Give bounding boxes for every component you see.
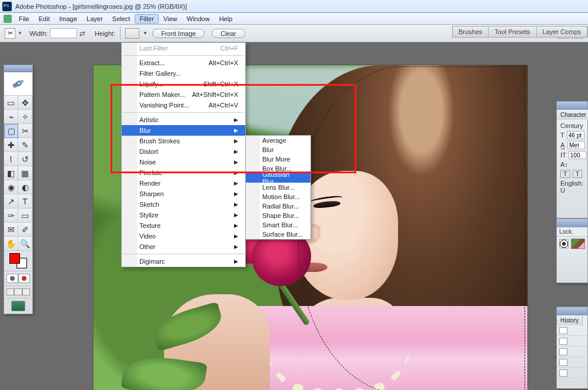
menu-file[interactable]: File [14,14,34,23]
submenuitem-gaussian-blur[interactable]: Gaussian Blur... [246,173,310,183]
tab-character[interactable]: Character [557,110,588,120]
tool-dodge[interactable]: ◐ [18,180,32,194]
submenuitem-blur-more[interactable]: Blur More [246,154,310,164]
menu-edit[interactable]: Edit [34,14,55,23]
submenuitem-average[interactable]: Average [246,136,310,145]
tool-healing[interactable]: ✚ [4,138,18,152]
vscale-input[interactable] [569,151,586,159]
menuitem-brush-strokes[interactable]: Brush Strokes▶ [122,136,245,146]
panel-gripper[interactable] [557,102,587,110]
menuitem-video[interactable]: Video▶ [122,231,245,241]
menu-image[interactable]: Image [55,14,82,23]
tool-path[interactable]: ↗ [4,194,18,209]
menuitem-artistic[interactable]: Artistic▶ [122,115,245,125]
panel-gripper[interactable] [557,307,587,315]
type-style-button-2[interactable]: T [573,170,583,178]
foreground-color-swatch[interactable] [9,253,20,264]
screen-mode-full[interactable] [22,288,30,295]
width-input[interactable] [50,28,77,38]
screen-mode-full-menubar[interactable] [14,288,22,295]
menuitem-filter-gallery[interactable]: Filter Gallery... [122,68,245,79]
layer-visibility-icon[interactable] [559,239,569,248]
fg-bg-swatches[interactable] [9,253,27,268]
toolbox-logo: ✒ [4,72,32,96]
type-style-button[interactable]: T [560,170,570,178]
history-row[interactable] [557,336,587,347]
tab-history[interactable]: History [557,315,583,325]
font-size-input[interactable] [567,131,584,139]
menu-window[interactable]: Window [182,14,215,23]
tool-hand[interactable]: ✋ [4,237,18,251]
menu-filter[interactable]: Filter [135,14,158,23]
tool-blur[interactable]: ◉ [4,180,18,194]
submenuitem-shape-blur[interactable]: Shape Blur... [246,211,310,220]
menuitem-blur[interactable]: Blur▶ [122,125,245,136]
menuitem-stylize[interactable]: Stylize▶ [122,210,245,220]
tool-wand[interactable]: ✧ [18,110,32,124]
layer-row[interactable] [557,236,587,250]
menuitem-digimarc[interactable]: Digimarc▶ [122,256,245,267]
preset-dropdown-arrow[interactable]: ▼ [18,31,22,36]
menuitem-distort[interactable]: Distort▶ [122,146,245,157]
font-family-field[interactable]: Century [560,122,583,129]
menuitem-vanishing-point[interactable]: Vanishing Point...Alt+Ctrl+V [122,100,245,110]
menuitem-sketch[interactable]: Sketch▶ [122,199,245,210]
options-dropdown-arrow[interactable]: ▼ [143,31,148,36]
menuitem-texture[interactable]: Texture▶ [122,220,245,231]
options-box-icon[interactable] [125,28,139,39]
language-field[interactable]: English: U [560,180,584,194]
tool-move[interactable]: ✥ [18,96,32,110]
history-row[interactable] [557,357,587,368]
menuitem-sharpen[interactable]: Sharpen▶ [122,189,245,199]
crop-tool-preset-icon[interactable]: ✂ [5,28,15,39]
submenuitem-radial-blur[interactable]: Radial Blur... [246,201,310,211]
tool-brush[interactable]: ✎ [18,138,32,152]
layer-thumbnail[interactable] [571,238,585,249]
menuitem-pattern-maker[interactable]: Pattern Maker...Alt+Shift+Ctrl+X [122,89,245,100]
tool-notes[interactable]: ✉ [4,223,18,237]
tab-layer-comps[interactable]: Layer Comps [537,26,587,37]
tool-eyedropper[interactable]: ✐ [18,223,32,237]
tool-history-brush[interactable]: ↺ [18,152,32,166]
swap-width-height-icon[interactable]: ⇄ [79,29,88,38]
tool-crop[interactable]: ▢ [4,124,18,138]
standard-mode-button[interactable] [6,274,18,283]
tab-brushes[interactable]: Brushes [453,26,489,37]
submenuitem-blur[interactable]: Blur [246,145,310,154]
tool-stamp[interactable]: ⌇ [4,152,18,166]
menu-help[interactable]: Help [215,14,238,23]
menuitem-pixelate[interactable]: Pixelate▶ [122,167,245,178]
tool-gradient[interactable]: ▦ [18,166,32,180]
tool-lasso[interactable]: ⌁ [4,110,18,124]
submenuitem-surface-blur[interactable]: Surface Blur... [246,230,310,239]
menuitem-other[interactable]: Other▶ [122,241,245,252]
menuitem-noise[interactable]: Noise▶ [122,157,245,167]
menu-select[interactable]: Select [108,14,135,23]
clear-button[interactable]: Clear [212,29,245,38]
file-browser-icon[interactable] [4,15,12,23]
screen-mode-standard[interactable] [6,288,14,295]
panel-gripper[interactable] [557,219,587,227]
submenuitem-smart-blur[interactable]: Smart Blur... [246,220,310,230]
history-row[interactable] [557,325,587,336]
tool-pen[interactable]: ✑ [4,209,18,223]
menu-layer[interactable]: Layer [82,14,108,23]
menu-view[interactable]: View [159,14,182,23]
tool-marquee[interactable]: ▭ [4,96,18,110]
jump-to-imageready-button[interactable] [11,301,25,311]
front-image-button[interactable]: Front Image [152,29,205,38]
quickmask-mode-button[interactable] [18,274,30,283]
history-row[interactable] [557,368,587,378]
tool-eraser[interactable]: ◧ [4,166,18,180]
tab-tool-presets[interactable]: Tool Presets [489,26,537,37]
menuitem-liquify[interactable]: Liquify...Shift+Ctrl+X [122,79,245,89]
kerning-input[interactable] [567,141,585,149]
submenuitem-motion-blur[interactable]: Motion Blur... [246,192,310,201]
tool-type[interactable]: T [18,194,32,209]
menuitem-extract[interactable]: Extract...Alt+Ctrl+X [122,58,245,68]
history-row[interactable] [557,347,587,357]
menuitem-render[interactable]: Render▶ [122,178,245,189]
tool-shape[interactable]: ▭ [18,209,32,223]
tool-slice[interactable]: ✂ [18,124,32,138]
tool-zoom[interactable]: 🔍 [18,237,32,251]
